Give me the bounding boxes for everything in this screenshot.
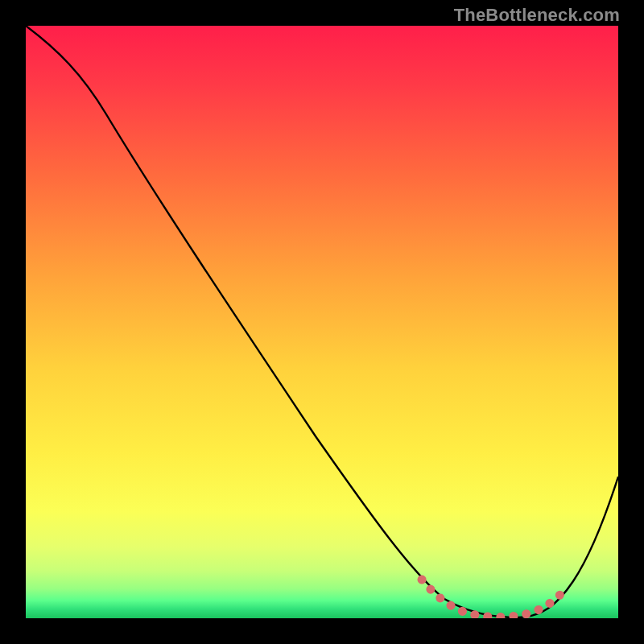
trough-highlight — [422, 580, 567, 617]
plot-area — [26, 26, 618, 618]
bottleneck-curve — [26, 26, 618, 617]
chart-frame: TheBottleneck.com — [0, 0, 644, 644]
watermark-text: TheBottleneck.com — [454, 5, 620, 26]
curve-layer — [26, 26, 618, 618]
